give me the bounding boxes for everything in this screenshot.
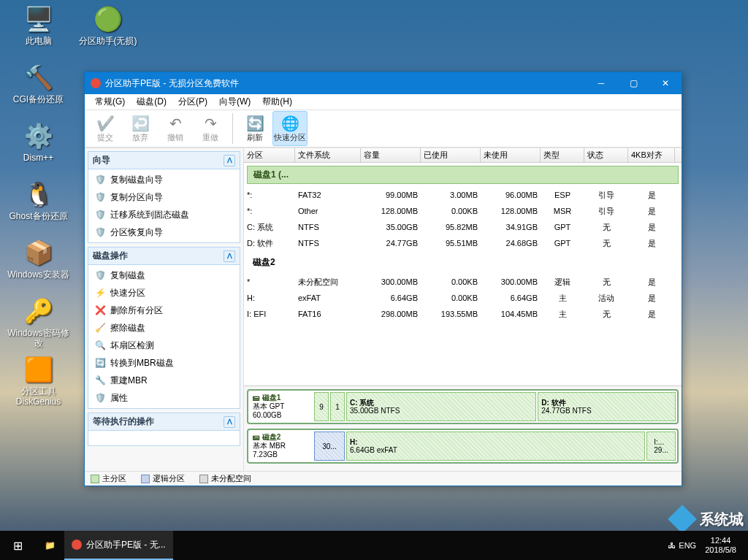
col-status[interactable]: 状态 [584, 148, 628, 162]
desktop-icon-win-installer[interactable]: 📦Windows安装器 [4, 237, 73, 296]
desktop-icon-password[interactable]: 🔑Windows密码修改 [4, 296, 73, 354]
shield-icon: 🛡️ [94, 226, 106, 238]
partition-box[interactable]: 30... [314, 431, 345, 461]
toolbar: ✔️提交 ↩️放弃 ↶撤销 ↷重做 🔄刷新 🌐快速分区 [85, 110, 682, 148]
shield-icon: 🛡️ [94, 174, 106, 185]
collapse-button[interactable]: ᐱ [224, 155, 235, 166]
desktop-icon-computer[interactable]: 🖥️此电脑 [4, 4, 73, 62]
client-area: 向导ᐱ 🛡️复制磁盘向导 🛡️复制分区向导 🛡️迁移系统到固态磁盘 🛡️分区恢复… [85, 148, 682, 471]
op-properties[interactable]: 🛡️属性 [90, 389, 238, 407]
op-convert-mbr[interactable]: 🔄转换到MBR磁盘 [90, 354, 238, 372]
titlebar[interactable]: 分区助手PE版 - 无损分区免费软件 ─ ▢ ✕ [85, 72, 682, 94]
taskbar-clock[interactable]: 12:44 2018/5/8 [699, 536, 742, 555]
table-row[interactable]: H:exFAT6.64GB0.00KB6.64GB主活动是 [244, 290, 682, 306]
app-window: 分区助手PE版 - 无损分区免费软件 ─ ▢ ✕ 常规(G) 磁盘(D) 分区(… [84, 72, 682, 486]
table-row[interactable]: I: EFIFAT16298.00MB193.55MB104.45MB主无是 [244, 306, 682, 322]
partition-box[interactable]: 9 [314, 392, 329, 421]
op-bad-sector[interactable]: 🔍坏扇区检测 [90, 337, 238, 354]
table-row[interactable]: *:FAT3299.00MB3.00MB96.00MBESP引导是 [244, 187, 682, 203]
op-quick-partition[interactable]: ⚡快速分区 [90, 284, 238, 302]
undo-button[interactable]: ↶撤销 [158, 111, 193, 146]
legend: 主分区 逻辑分区 未分配空间 [85, 471, 682, 486]
partition-table-body: 磁盘1 (... *:FAT3299.00MB3.00MB96.00MBESP引… [244, 163, 682, 386]
partition-assistant-icon: 🟢 [93, 4, 123, 34]
desktop-icon-ghost[interactable]: 🐧Ghost备份还原 [4, 179, 73, 237]
partition-box-h[interactable]: H:6.64GB exFAT [346, 431, 645, 461]
col-free[interactable]: 未使用 [481, 148, 541, 162]
close-button[interactable]: ✕ [649, 72, 682, 94]
collapse-button[interactable]: ᐱ [224, 250, 235, 262]
desktop-icon-label: Windows密码修改 [6, 328, 72, 348]
col-used[interactable]: 已使用 [421, 148, 481, 162]
maximize-button[interactable]: ▢ [617, 72, 649, 94]
desktop-icon-label: Windows安装器 [7, 269, 69, 280]
refresh-button[interactable]: 🔄刷新 [237, 111, 272, 146]
taskbar-file-explorer[interactable]: 📁 [35, 531, 64, 560]
hammer-icon: 🔨 [23, 62, 54, 93]
tray-network-icon[interactable]: 🖧 [668, 541, 676, 550]
col-type[interactable]: 类型 [541, 148, 584, 162]
check-icon: ✔️ [96, 115, 115, 132]
partition-box-i[interactable]: I:... 29... [646, 431, 676, 461]
app-icon [91, 78, 101, 88]
desktop-icon-diskgenius[interactable]: 🟧分区工具DiskGenius [4, 354, 73, 413]
wizard-copy-partition[interactable]: 🛡️复制分区向导 [90, 188, 238, 206]
desktop-icon-cgi-backup[interactable]: 🔨CGI备份还原 [4, 62, 73, 120]
partition-box-c[interactable]: C: 系统35.00GB NTFS [346, 392, 536, 421]
col-capacity[interactable]: 容量 [361, 148, 421, 162]
tray-ime[interactable]: ENG [679, 541, 696, 550]
table-row[interactable]: C: 系统NTFS35.00GB95.82MB34.91GBGPT无是 [244, 219, 682, 235]
wizard-group-header[interactable]: 向导ᐱ [88, 152, 240, 169]
wizard-group: 向导ᐱ 🛡️复制磁盘向导 🛡️复制分区向导 🛡️迁移系统到固态磁盘 🛡️分区恢复… [88, 151, 240, 243]
left-panel: 向导ᐱ 🛡️复制磁盘向导 🛡️复制分区向导 🛡️迁移系统到固态磁盘 🛡️分区恢复… [85, 148, 244, 471]
legend-unallocated: 未分配空间 [199, 473, 251, 484]
eraser-icon: 🧹 [94, 322, 106, 334]
op-delete-all[interactable]: ❌删除所有分区 [90, 302, 238, 319]
shield-icon: 🛡️ [94, 392, 106, 404]
taskbar-task-partition-assistant[interactable]: 分区助手PE版 - 无... [64, 531, 173, 560]
system-tray[interactable]: 🖧 ENG 12:44 2018/5/8 [662, 536, 748, 555]
redo-button[interactable]: ↷重做 [193, 111, 228, 146]
minimize-button[interactable]: ─ [585, 72, 617, 94]
op-wipe-disk[interactable]: 🧹擦除磁盘 [90, 319, 238, 337]
x-icon: ❌ [94, 304, 106, 316]
commit-button[interactable]: ✔️提交 [88, 111, 123, 146]
legend-primary: 主分区 [91, 473, 126, 484]
op-copy-disk[interactable]: 🛡️复制磁盘 [90, 266, 238, 284]
discard-button[interactable]: ↩️放弃 [123, 111, 158, 146]
table-row[interactable]: *:Other128.00MB0.00KB128.00MBMSR引导是 [244, 203, 682, 219]
col-partition[interactable]: 分区 [244, 148, 295, 162]
pending-group-header[interactable]: 等待执行的操作ᐱ [88, 413, 240, 431]
shield-icon: 🛡️ [94, 209, 106, 220]
partition-box[interactable]: 1 [330, 392, 345, 421]
start-button[interactable]: ⊞ [0, 531, 35, 560]
collapse-button[interactable]: ᐱ [224, 416, 235, 428]
menu-help[interactable]: 帮助(H) [256, 94, 298, 110]
shield-icon: 🛡️ [94, 191, 106, 203]
menu-disk[interactable]: 磁盘(D) [131, 94, 172, 110]
col-4k-align[interactable]: 4KB对齐 [628, 148, 675, 162]
table-row[interactable]: D: 软件NTFS24.77GB95.51MB24.68GBGPT无是 [244, 235, 682, 251]
disk2-map-label: 磁盘2 基本 MBR 7.23GB [250, 431, 313, 461]
menu-wizard[interactable]: 向导(W) [213, 94, 256, 110]
quick-partition-button[interactable]: 🌐快速分区 [272, 111, 308, 146]
partition-box-d[interactable]: D: 软件24.77GB NTFS [538, 392, 676, 421]
disk-map-1[interactable]: 磁盘1 基本 GPT 60.00GB 9 1 C: 系统35.00GB NTFS… [247, 389, 679, 424]
disk2-header[interactable]: 磁盘2 [247, 254, 679, 271]
wizard-recover-partition[interactable]: 🛡️分区恢复向导 [90, 223, 238, 241]
desktop-icon-partition-assistant[interactable]: 🟢分区助手(无损) [73, 4, 142, 62]
menu-partition[interactable]: 分区(P) [172, 94, 213, 110]
col-filesystem[interactable]: 文件系统 [295, 148, 361, 162]
gear-icon: ⚙️ [23, 120, 54, 151]
menu-general[interactable]: 常规(G) [89, 94, 131, 110]
wizard-migrate-ssd[interactable]: 🛡️迁移系统到固态磁盘 [90, 206, 238, 223]
disk1-header[interactable]: 磁盘1 (... [247, 166, 679, 184]
wizard-copy-disk[interactable]: 🛡️复制磁盘向导 [90, 171, 238, 188]
disk-ops-group-header[interactable]: 磁盘操作ᐱ [88, 248, 240, 265]
penguin-icon: 🐧 [23, 179, 54, 210]
disk-map-2[interactable]: 磁盘2 基本 MBR 7.23GB 30... H:6.64GB exFAT I… [247, 429, 679, 464]
desktop-icon-dismpp[interactable]: ⚙️Dism++ [4, 120, 73, 179]
computer-icon: 🖥️ [23, 4, 54, 34]
op-rebuild-mbr[interactable]: 🔧重建MBR [90, 372, 238, 389]
table-row[interactable]: *未分配空间300.00MB0.00KB300.00MB逻辑无是 [244, 274, 682, 290]
